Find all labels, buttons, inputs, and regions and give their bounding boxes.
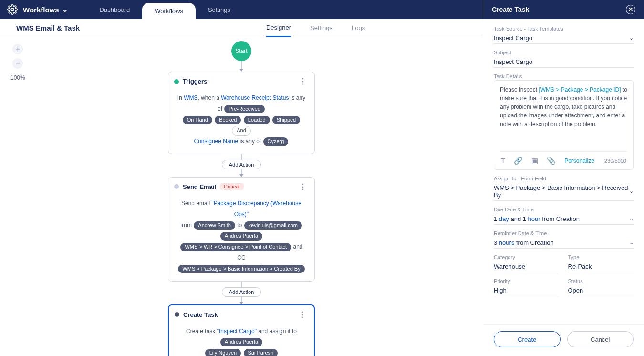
kebab-icon[interactable]: ⋮ (297, 182, 309, 191)
chip-assignee: Sai Paresh (244, 349, 278, 356)
link-wms: WMS (184, 94, 197, 101)
chip-to: Andres Puerta (220, 232, 262, 240)
text-format-icon[interactable]: T (501, 156, 505, 167)
nav-tabs: Dashboard Workflows Settings (87, 0, 243, 19)
field-assign-to[interactable]: Assign To - Form Field WMS > Package > B… (494, 176, 634, 201)
brand-label: Workflows (23, 6, 59, 14)
nav-tab-settings[interactable]: Settings (196, 0, 243, 19)
chip-to: kevinluis@gmail.com (244, 221, 302, 230)
field-label: Status (568, 278, 634, 284)
email-template-link: "Package Discrepancy (Warehouse Ops)" (211, 200, 301, 218)
card-triggers[interactable]: Triggers ⋮ In WMS, when a Warehouse Rece… (168, 72, 315, 154)
kebab-icon[interactable]: ⋮ (297, 310, 308, 319)
card-title: Create Task (183, 311, 218, 318)
link-icon[interactable]: 🔗 (514, 156, 523, 167)
field-subject[interactable]: Subject Inspect Cargo (494, 50, 634, 68)
field-value: Warehouse (494, 263, 525, 270)
field-label: Assign To - Form Field (494, 176, 634, 181)
field-label: Reminder Date & Time (494, 230, 634, 236)
create-task-panel: Create Task ✕ Task Source - Task Templat… (483, 0, 644, 356)
field-label: Subject (494, 50, 634, 55)
add-action-button[interactable]: Add Action (222, 287, 261, 297)
nav-tab-dashboard[interactable]: Dashboard (87, 0, 143, 19)
gear-icon (7, 4, 18, 15)
field-due-date[interactable]: Due Date & Time 1 day and 1 hour from Cr… (494, 207, 634, 225)
field-value: WMS > Package > Basic Information > Rece… (494, 184, 629, 199)
panel-header: Create Task ✕ (483, 0, 644, 19)
link-field: Warehouse Receipt Status (221, 94, 289, 101)
svg-point-0 (11, 8, 14, 11)
field-value: Inspect Cargo (494, 58, 532, 65)
field-task-source[interactable]: Task Source - Task Templates Inspect Car… (494, 26, 634, 44)
subtab-logs[interactable]: Logs (352, 20, 365, 36)
card-create-task[interactable]: Create Task ⋮ Create task "Inspect Cargo… (168, 304, 315, 356)
details-textarea[interactable]: Please inspect [WMS > Package > Package … (494, 80, 634, 170)
close-icon[interactable]: ✕ (626, 5, 635, 14)
field-category[interactable]: Category Warehouse (494, 254, 560, 272)
subtabs: Designer Settings Logs (266, 19, 365, 37)
field-reminder-date[interactable]: Reminder Date & Time 3 hours from Creati… (494, 230, 634, 249)
subtab-settings[interactable]: Settings (310, 20, 332, 36)
zoom-out-button[interactable]: − (12, 58, 23, 69)
zoom-level: 100% (10, 74, 25, 81)
chip-and: And (232, 126, 251, 135)
double-chevron-down-icon[interactable]: ⌄ (629, 216, 634, 222)
token-package-id: [WMS > Package > Package ID] (539, 86, 621, 93)
chevron-down-icon: ⌄ (62, 5, 68, 14)
attachment-icon[interactable]: 📎 (547, 156, 556, 167)
app-brand[interactable]: Workflows ⌄ (23, 5, 68, 14)
status-dot-icon (175, 312, 179, 317)
create-button[interactable]: Create (494, 331, 561, 347)
chip-status: Shipped (272, 116, 300, 124)
field-label: Type (568, 254, 634, 260)
field-task-details: Task Details Please inspect [WMS > Packa… (494, 73, 634, 170)
double-chevron-down-icon[interactable]: ⌄ (629, 35, 634, 41)
chip-status: On Hand (183, 116, 212, 124)
field-status[interactable]: Status Open (568, 278, 634, 296)
field-label: Priority (494, 278, 560, 284)
field-label: Category (494, 254, 560, 260)
card-body: In WMS, when a Warehouse Receipt Status … (168, 91, 314, 154)
field-label: Task Details (494, 73, 634, 79)
chip-cc: WMS > WR > Consignee > Point of Contact (180, 243, 291, 251)
chip-status: Loaded (244, 116, 270, 124)
card-title: Triggers (183, 78, 207, 85)
chip-status: Booked (215, 116, 241, 124)
start-node[interactable]: Start (231, 41, 251, 61)
chip-from: Andrew Smith (194, 221, 235, 230)
double-chevron-down-icon[interactable]: ⌄ (629, 240, 634, 246)
kebab-icon[interactable]: ⋮ (297, 77, 309, 86)
zoom-controls: + − 100% (10, 44, 25, 81)
critical-badge: Critical (220, 183, 244, 190)
chip-cc2: WMS > Package > Basic Information > Crea… (178, 265, 304, 273)
zoom-in-button[interactable]: + (12, 44, 23, 54)
field-label: Due Date & Time (494, 207, 634, 212)
image-icon[interactable]: ▣ (531, 156, 538, 167)
card-title: Send Email (183, 183, 216, 190)
link-consignee: Consignee Name (194, 138, 239, 145)
card-body: Send email "Package Discrepancy (Warehou… (168, 196, 314, 281)
subtab-designer[interactable]: Designer (266, 19, 291, 37)
add-action-button[interactable]: Add Action (222, 160, 261, 169)
cancel-button[interactable]: Cancel (567, 331, 634, 347)
field-value: High (494, 287, 507, 294)
field-type[interactable]: Type Re-Pack (568, 254, 634, 272)
nav-tab-workflows[interactable]: Workflows (142, 3, 196, 19)
flow-column: Start Triggers ⋮ In WMS, when a Warehous… (168, 41, 315, 356)
field-value: Open (568, 287, 583, 294)
card-send-email[interactable]: Send Email Critical ⋮ Send email "Packag… (168, 177, 315, 282)
page-title: WMS Email & Task (16, 24, 80, 32)
personalize-link[interactable]: Personalize (564, 157, 594, 165)
canvas[interactable]: + − 100% Start Triggers ⋮ In WMS, when a… (0, 37, 483, 356)
chip-status: Pre-Received (224, 105, 265, 113)
status-dot-icon (174, 184, 179, 189)
status-dot-icon (174, 79, 179, 84)
details-toolbar: T 🔗 ▣ 📎 Personalize 230/5000 (500, 151, 627, 167)
task-name-link: "Inspect Cargo" (217, 328, 257, 335)
chip-assignee: Andres Puerta (220, 338, 262, 346)
field-priority[interactable]: Priority High (494, 278, 560, 296)
card-body: Create task "Inspect Cargo" and assign i… (169, 324, 314, 356)
chip-consignee: Cyzerg (263, 137, 289, 146)
field-value: Inspect Cargo (494, 34, 532, 42)
double-chevron-down-icon[interactable]: ⌄ (629, 188, 634, 194)
